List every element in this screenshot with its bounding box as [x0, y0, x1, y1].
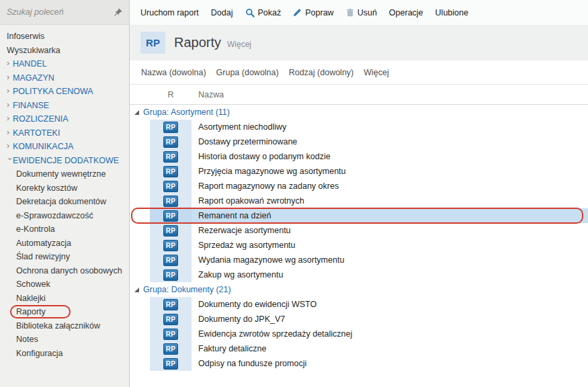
report-icon: RP [163, 225, 178, 236]
sidebar-item-label: e-Sprawozdawczość [16, 211, 93, 220]
report-name: Raport opakowań zwrotnych [192, 194, 588, 208]
table-row[interactable]: RP Historia dostawy o podanym kodzie [130, 149, 588, 164]
sidebar-item[interactable]: › EWIDENCJE DODATKOWE [0, 154, 129, 168]
sidebar-item-label: EWIDENCJE DODATKOWE [13, 156, 119, 165]
table-row[interactable]: RP Przyjęcia magazynowe wg asortymentu [130, 164, 588, 179]
sidebar-item[interactable]: › Dokumenty wewnętrzne [0, 167, 129, 181]
report-icon: RP [163, 358, 178, 370]
group-expand-icon [134, 288, 139, 292]
group-expand-icon [134, 110, 139, 115]
sidebar-item-label: Ślad rewizyjny [16, 252, 70, 261]
group-row-asortyment[interactable]: Grupa: Asortyment (11) [130, 105, 588, 120]
run-report-button[interactable]: Uruchom raport [134, 5, 205, 20]
sidebar-item[interactable]: › Ochrona danych osobowych [0, 264, 129, 278]
sidebar-item[interactable]: › Automatyzacja [0, 236, 129, 251]
sidebar-item-label: Automatyzacja [16, 239, 71, 248]
sidebar-item-label: Ochrona danych osobowych [16, 266, 122, 275]
table-row[interactable]: RP Faktury detaliczne [130, 341, 588, 356]
report-icon-cell: RP [150, 327, 192, 341]
report-icon-cell: RP [150, 253, 192, 267]
sidebar-item[interactable]: › e-Sprawozdawczość [0, 209, 129, 223]
chevron-right-icon: › [7, 114, 13, 122]
report-icon-cell: RP [150, 341, 192, 356]
sidebar-item-label: Wyszukiwarka [7, 46, 60, 55]
sidebar-item[interactable]: › Notes [0, 333, 129, 347]
more-link[interactable]: Więcej [227, 40, 251, 49]
report-icon: RP [163, 269, 178, 281]
table-row[interactable]: RP Raport magazynowy na zadany okres [130, 179, 588, 194]
sidebar-item-label: FINANSE [13, 101, 49, 110]
row-indent [130, 312, 150, 327]
row-indent [130, 208, 150, 223]
report-icon: RP [163, 136, 178, 148]
table-row[interactable]: RP Zakup wg asortymentu [130, 267, 588, 282]
sidebar-item[interactable]: › MAGAZYN [0, 71, 129, 85]
run-report-label: Uruchom raport [140, 8, 199, 17]
table-row[interactable]: RP Dokumenty do JPK_V7 [130, 312, 588, 327]
table-row[interactable]: RP Raport opakowań zwrotnych [130, 194, 588, 208]
report-icon-cell: RP [150, 223, 192, 238]
favorites-button[interactable]: Ulubione [429, 5, 474, 20]
column-header-icon[interactable]: R [150, 90, 192, 99]
sidebar-item[interactable]: › e-Kontrola [0, 222, 129, 236]
report-icon: RP [163, 122, 178, 133]
group-rows-asortyment: RP Asortyment niechodliwy RP Dostawy prz… [130, 120, 588, 282]
sidebar-item-label: ROZLICZENIA [13, 114, 69, 124]
title-wrap: Raporty Więcej [174, 35, 251, 50]
sidebar-item[interactable]: › Wyszukiwarka [0, 44, 129, 58]
table-row[interactable]: RP Odpisy na fundusze promocji [130, 356, 588, 371]
add-label: Dodaj [211, 8, 233, 17]
filter-item[interactable]: Grupa (dowolna) [216, 68, 279, 77]
delete-button[interactable]: Usuń [340, 5, 383, 20]
sidebar-item[interactable]: › Korekty kosztów [0, 181, 129, 196]
sidebar-item[interactable]: › KARTOTEKI [0, 126, 129, 140]
table-row[interactable]: RP Sprzedaż wg asortymentu [130, 238, 588, 253]
filter-item[interactable]: Nazwa (dowolna) [141, 68, 206, 77]
filter-item[interactable]: Rodzaj (dowolny) [289, 68, 354, 77]
sidebar-item[interactable]: › Ślad rewizyjny [0, 250, 129, 264]
sidebar-item[interactable]: › Dekretacja dokumentów [0, 195, 129, 209]
operations-button[interactable]: Operacje [383, 5, 429, 20]
sidebar-item[interactable]: › Konfiguracja [0, 347, 129, 361]
table-row[interactable]: RP Wydania magazynowe wg asortymentu [130, 253, 588, 267]
sidebar-item-label: Notes [16, 335, 38, 344]
sidebar-item[interactable]: › KOMUNIKACJA [0, 140, 129, 154]
sidebar-item[interactable]: › FINANSE [0, 99, 129, 113]
sidebar-item[interactable]: › Schowek [0, 277, 129, 292]
main-area: Uruchom raport Dodaj Pokaż [130, 0, 588, 387]
sidebar-item[interactable]: › ROZLICZENIA [0, 112, 129, 126]
row-indent [130, 120, 150, 134]
sidebar-item-label: Schowek [16, 280, 50, 289]
table-row[interactable]: RP Asortyment niechodliwy [130, 120, 588, 134]
report-icon: RP [163, 329, 178, 340]
sidebar-item[interactable]: › HANDEL [0, 57, 129, 71]
pin-icon[interactable] [113, 7, 124, 17]
sidebar-item[interactable]: › Infoserwis [0, 30, 129, 44]
row-indent [130, 223, 150, 238]
column-header-name[interactable]: Nazwa [192, 90, 224, 99]
table-row[interactable]: RP Ewidencja zwrotów sprzedaży detaliczn… [130, 327, 588, 341]
table-row[interactable]: RP Dostawy przeterminowane [130, 134, 588, 149]
report-name: Asortyment niechodliwy [192, 120, 588, 134]
row-indent [130, 238, 150, 253]
row-indent [130, 179, 150, 194]
sidebar-item[interactable]: › Naklejki [0, 292, 129, 306]
sidebar-item[interactable]: › Raporty [0, 305, 129, 319]
group-row-dokumenty[interactable]: Grupa: Dokumenty (21) [130, 282, 588, 297]
edit-button[interactable]: Popraw [287, 5, 339, 20]
pencil-icon [293, 8, 302, 17]
sidebar-search-bar [0, 0, 129, 25]
sidebar-item[interactable]: › Biblioteka załączników [0, 319, 129, 333]
trash-icon [346, 8, 354, 17]
search-input[interactable] [7, 7, 113, 17]
row-indent [130, 341, 150, 356]
table-row[interactable]: RP Dokumenty do ewidencji WSTO [130, 297, 588, 312]
add-button[interactable]: Dodaj [205, 5, 239, 20]
sidebar-item[interactable]: › POLITYKA CENOWA [0, 85, 129, 99]
sidebar-item-label: POLITYKA CENOWA [13, 87, 93, 96]
table-row[interactable]: RP Rezerwacje asortymentu [130, 223, 588, 238]
filter-item[interactable]: Więcej [364, 68, 389, 77]
table-row[interactable]: RP Remanent na dzień [130, 208, 588, 223]
show-button[interactable]: Pokaż [239, 5, 288, 20]
report-name: Dokumenty do JPK_V7 [192, 312, 588, 327]
